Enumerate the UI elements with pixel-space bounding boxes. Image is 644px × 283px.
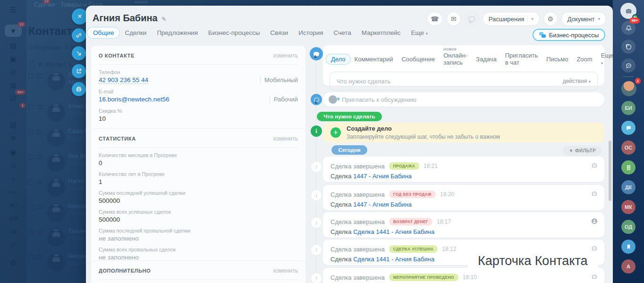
export-icon xyxy=(76,68,82,75)
collapse-button[interactable] xyxy=(72,46,86,60)
notifications-bell-icon[interactable]: 99+ xyxy=(621,21,636,35)
stat-value: не заполнено xyxy=(99,235,298,242)
about-section: О КОНТАКТЕизменить Телефон 42 903 236 55… xyxy=(91,45,306,142)
copilot-avatar[interactable]: ▶ xyxy=(620,3,636,19)
stat-value: 500000 xyxy=(99,197,298,204)
stat-label: Сумма всех провальных сделок xyxy=(99,247,298,252)
chevron-down-icon: ▾ xyxy=(598,17,600,21)
call-tracker-icon[interactable] xyxy=(621,40,636,54)
email-button[interactable]: ✉ xyxy=(447,12,461,26)
email-value[interactable]: 16.boris@newtech.net56 xyxy=(99,96,169,103)
edit-section-link[interactable]: изменить xyxy=(273,52,298,59)
print-button[interactable] xyxy=(72,82,86,96)
composer-tab-zoom[interactable]: Zoom xyxy=(576,56,592,63)
timeline-entry[interactable]: Сделка завершенаГОД БЕЗ ПРОДАЖ18:20 Сдел… xyxy=(323,185,604,210)
stat-label: Сумма последней успешной сделки xyxy=(99,190,298,196)
tab-quotes[interactable]: Предложения xyxy=(157,29,198,36)
deal-link[interactable]: Сделка 1441 - Агния Бабина xyxy=(353,228,434,235)
chat-avatar-ei[interactable]: ЕИ xyxy=(621,101,636,115)
deal-link[interactable]: Сделка 1441 - Агния Бабина xyxy=(353,256,434,263)
tab-history[interactable]: История xyxy=(298,29,323,36)
chat-avatar-a[interactable]: А xyxy=(621,259,636,274)
chat-avatar-dk[interactable]: ДК xyxy=(621,180,636,194)
direction-up-icon: ↑ xyxy=(311,161,322,173)
business-process-icon xyxy=(539,32,546,38)
additional-section: ДОПОЛНИТЕЛЬНОизменить Тип контакта xyxy=(91,260,306,283)
open-new-window-button[interactable] xyxy=(72,64,86,78)
stage-badge: СДЕЛКА УСПЕШНА xyxy=(389,245,438,253)
saved-messages-icon[interactable] xyxy=(621,240,636,254)
section-title: СТАТИСТИКА xyxy=(99,136,136,142)
call-button[interactable]: ☎ xyxy=(427,12,442,26)
tab-marketplace[interactable]: Маркетплейс xyxy=(362,29,401,36)
deal-link[interactable]: 1447 - Агния Бабина xyxy=(353,201,412,208)
chat-avatar-mk[interactable]: МК xyxy=(621,200,636,214)
tab-bizproc[interactable]: Бизнес-процессы xyxy=(208,29,260,36)
user-avatar[interactable]: 1 xyxy=(621,81,636,96)
create-activity-banner[interactable]: + Создайте делоЗапланируйте следующий ша… xyxy=(323,123,604,142)
composer-tab-letter[interactable]: Письмо xyxy=(546,56,568,63)
composer-tab-task[interactable]: Задача xyxy=(476,56,497,63)
todo-divider: Что нужно сделать xyxy=(86,112,613,121)
watermark-label: Карточка Контакта xyxy=(467,251,598,273)
stat-label: Сумма последней провальной сделки xyxy=(99,228,298,233)
tab-deals[interactable]: Сделки xyxy=(125,29,146,36)
notes-chat-icon[interactable] xyxy=(621,160,636,175)
direction-up-icon: ↑ xyxy=(311,273,322,283)
chat-avatar-od[interactable]: ОД xyxy=(621,220,636,234)
add-user-icon: + xyxy=(337,96,340,102)
timeline-entry[interactable]: Сделка завершенаВОЗВРАТ ДЕНЕГ18:17 Сделк… xyxy=(323,212,604,238)
rail-divider xyxy=(623,76,634,77)
composer-tab-invite-chat[interactable]: Пригласить в чат xyxy=(505,52,538,66)
tab-invoices[interactable]: Счета xyxy=(334,29,351,36)
chat-button[interactable] xyxy=(465,12,479,26)
composer-tab-booking[interactable]: НОВОЕОнлайн-запись xyxy=(443,52,467,66)
timeline-composer: Дело Комментарий Сообщение НОВОЕОнлайн-з… xyxy=(323,45,604,86)
phone-type: Мобильный xyxy=(260,76,298,83)
extensions-button[interactable]: Расширения▾ xyxy=(483,12,540,26)
direction-down-icon: ↓ xyxy=(311,190,322,201)
edit-section-link[interactable]: изменить xyxy=(273,267,298,274)
messenger-rail: ▶ 99+ 1 ЕИ ОС ДК МК ОД А xyxy=(613,0,644,283)
close-button[interactable]: × xyxy=(72,8,88,25)
tab-relations[interactable]: Связи xyxy=(270,29,288,36)
robot-icon xyxy=(591,274,598,282)
section-title: ДОПОЛНИТЕЛЬНО xyxy=(99,268,151,274)
composer-tab-comment[interactable]: Комментарий xyxy=(355,56,393,63)
group-chat-icon[interactable] xyxy=(621,121,636,135)
phone-value[interactable]: 42 903 236 55 44 xyxy=(99,76,148,84)
settings-button[interactable]: ⚙ xyxy=(543,12,558,26)
stage-badge: ГОД БЕЗ ПРОДАЖ xyxy=(389,191,436,198)
document-button[interactable]: Документ▾ xyxy=(561,12,606,26)
info-icon: i xyxy=(311,125,322,137)
email-type: Рабочий xyxy=(270,96,298,103)
robot-icon xyxy=(591,162,598,171)
stage-badge: ПРОДАЖА xyxy=(389,162,419,170)
edit-section-link[interactable]: изменить xyxy=(273,135,298,142)
todo-input[interactable]: Что нужно сделать действия ▾ xyxy=(330,72,598,91)
chevron-down-icon: ▾ xyxy=(601,61,603,66)
deal-link[interactable]: 1447 - Агния Бабина xyxy=(353,173,412,180)
chat-search-icon[interactable] xyxy=(621,58,636,73)
new-label: НОВОЕ xyxy=(443,48,457,51)
tab-more[interactable]: Еще ▾ xyxy=(411,29,428,36)
composer-tab-message[interactable]: Сообщение xyxy=(401,56,435,63)
timeline-entry[interactable]: Сделка завершенаПРОДАЖА18:21 Сделка 1447… xyxy=(323,157,604,182)
invite-discussion-input[interactable]: + Пригласить к обсуждению xyxy=(323,92,604,107)
copy-link-button[interactable] xyxy=(72,28,86,42)
link-icon xyxy=(76,32,82,39)
person-icon xyxy=(591,218,598,226)
header-actions: ☎ ✉ Расширения▾ ⚙ Документ▾ xyxy=(427,12,606,26)
chat-avatar-os[interactable]: ОС xyxy=(621,141,636,155)
tab-general[interactable]: Общие xyxy=(87,27,120,39)
printer-icon xyxy=(76,86,82,92)
phone-field: Телефон 42 903 236 55 44 Мобильный xyxy=(99,69,298,84)
composer-tab-more[interactable]: Еще ▾ xyxy=(601,52,613,66)
edit-name-icon[interactable]: ✎ xyxy=(161,16,167,23)
actions-dropdown[interactable]: действия ▾ xyxy=(563,78,591,84)
composer-tab-activity[interactable]: Дело xyxy=(326,54,351,65)
business-processes-button[interactable]: Бизнес-процессы xyxy=(533,29,605,41)
section-title: О КОНТАКТЕ xyxy=(99,53,135,58)
stat-label: Количество лет в Прогреве xyxy=(99,171,298,177)
chevron-down-icon: ▾ xyxy=(588,79,591,84)
